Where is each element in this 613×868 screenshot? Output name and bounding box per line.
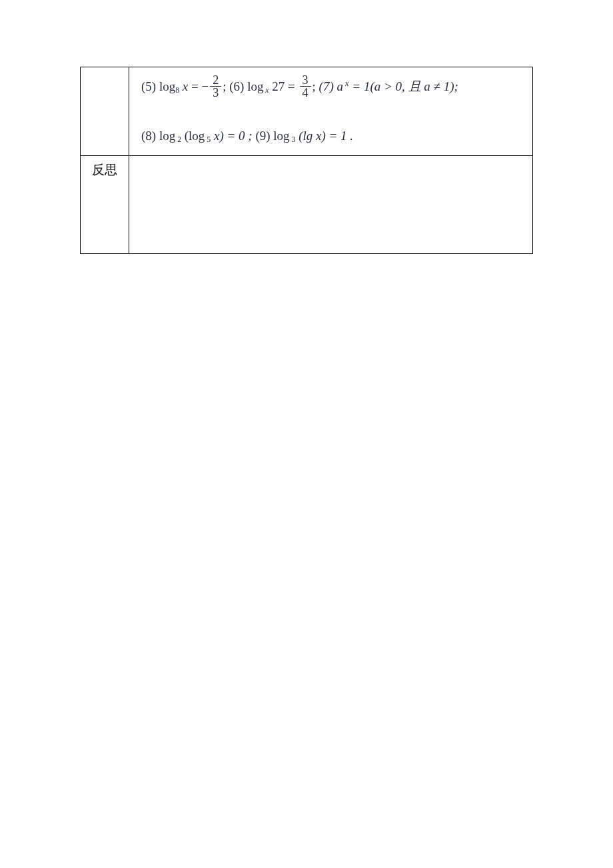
eq6-arg: 27 bbox=[269, 79, 285, 93]
eq5-arg: x bbox=[179, 79, 188, 93]
content-table: (5) log8 x = −23; (6) log x 27 = 34; (7)… bbox=[80, 67, 533, 254]
eq6-num: 3 bbox=[300, 74, 311, 87]
eq7-rest: = 1(a > 0, 且 a ≠ 1); bbox=[349, 79, 458, 93]
row1-content-cell: (5) log8 x = −23; (6) log x 27 = 34; (7)… bbox=[129, 67, 533, 156]
equation-line-2: (8) log 2 (log 5 x) = 0 ; (9) log 3 (lg … bbox=[141, 122, 520, 150]
eq6-den: 4 bbox=[300, 87, 311, 99]
table-row: (5) log8 x = −23; (6) log x 27 = 34; (7)… bbox=[81, 67, 533, 156]
eq7-prefix: (7) a bbox=[319, 79, 343, 93]
equation-line-1: (5) log8 x = −23; (6) log x 27 = 34; (7)… bbox=[141, 73, 520, 101]
eq5-suffix: ; bbox=[223, 79, 226, 93]
eq8-mid: (log bbox=[181, 129, 205, 143]
eq8-base2: 5 bbox=[205, 135, 211, 144]
eq5-num: 2 bbox=[210, 74, 221, 87]
eq7-exp: x bbox=[343, 79, 349, 88]
eq9-base: 3 bbox=[290, 135, 296, 144]
row2-label-cell: 反思 bbox=[81, 155, 129, 253]
eq6-prefix: (6) log bbox=[229, 79, 263, 93]
eq6-base: x bbox=[263, 86, 269, 95]
eq6-fraction: 34 bbox=[300, 74, 311, 99]
eq5-prefix: (5) log bbox=[141, 79, 175, 93]
page: (5) log8 x = −23; (6) log x 27 = 34; (7)… bbox=[0, 0, 613, 254]
eq5-den: 3 bbox=[210, 87, 221, 99]
row2-content-cell bbox=[129, 155, 533, 253]
eq5-fraction: 23 bbox=[210, 74, 221, 99]
eq8-rest: x) = 0 ; bbox=[211, 129, 252, 143]
table-row: 反思 bbox=[81, 155, 533, 253]
eq9-rest: (lg x) = 1 . bbox=[295, 129, 353, 143]
eq9-prefix: (9) log bbox=[255, 129, 289, 143]
eq6-suffix: ; bbox=[312, 79, 316, 93]
row2-label: 反思 bbox=[92, 163, 117, 177]
eq6-eq: = bbox=[285, 79, 298, 93]
eq5-base: 8 bbox=[175, 86, 179, 95]
eq8-prefix: (8) log bbox=[141, 129, 175, 143]
eq5-eq: = − bbox=[188, 79, 209, 93]
eq8-base1: 2 bbox=[175, 135, 181, 144]
row1-label-cell bbox=[81, 67, 129, 156]
